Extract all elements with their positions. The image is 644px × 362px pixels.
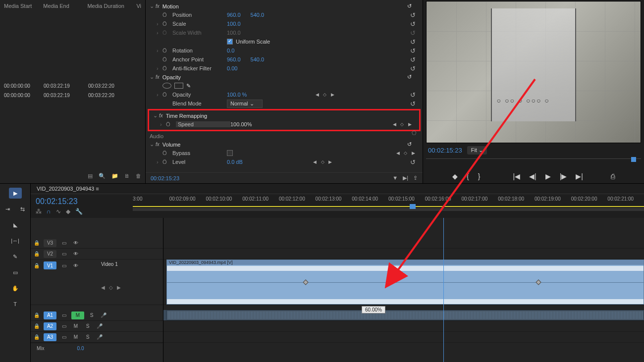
rectangle-tool[interactable]: ▭	[9, 267, 22, 278]
hand-tool[interactable]: ✋	[9, 283, 22, 294]
next-keyframe-icon[interactable]: ▶	[117, 285, 121, 290]
track-header-v3[interactable]: 🔒 V3 ▭ 👁	[31, 238, 163, 249]
program-time[interactable]: 00:02:15:23	[428, 147, 462, 154]
add-keyframe-icon[interactable]: ◇	[109, 285, 113, 290]
time-remapping-header[interactable]: ⌄fxTime Remapping	[149, 111, 419, 120]
go-to-in-icon[interactable]: |◀	[513, 172, 520, 180]
eye-icon[interactable]: 👁	[71, 263, 80, 268]
pen-mask-icon[interactable]: ✎	[186, 83, 191, 89]
reset-icon[interactable]: ↺	[410, 47, 416, 54]
mix-track-header[interactable]: Mix 0.0	[31, 343, 163, 354]
voiceover-icon[interactable]: 🎤	[95, 334, 104, 340]
rotation-value[interactable]: 0.0	[227, 48, 234, 53]
lock-icon[interactable]: 🔒	[34, 323, 41, 329]
nest-icon[interactable]: ⁂	[36, 208, 42, 215]
bypass-checkbox[interactable]	[227, 150, 233, 156]
mix-value[interactable]: 0.0	[77, 346, 84, 351]
mute-toggle[interactable]: M	[71, 323, 80, 329]
video-clip[interactable]: VID_20220903_094943.mp4 [V]	[166, 259, 644, 305]
solo-toggle[interactable]: S	[83, 334, 92, 340]
solo-toggle[interactable]: S	[87, 312, 96, 318]
anchor-y-value[interactable]: 540.0	[251, 56, 265, 62]
reset-icon[interactable]: ↺	[410, 100, 416, 107]
step-forward-icon[interactable]: |▶	[560, 172, 567, 180]
blend-mode-select[interactable]: Normal ⌄	[227, 100, 263, 108]
mute-toggle[interactable]: M	[71, 311, 84, 319]
playhead-line[interactable]	[443, 218, 444, 362]
source-patch-icon[interactable]: ▭	[59, 263, 68, 268]
timeline-playhead-time[interactable]: 00:02:15:23	[36, 197, 128, 206]
selection-tool[interactable]: ▶	[9, 188, 22, 199]
voiceover-icon[interactable]: 🎤	[95, 323, 104, 329]
reset-icon[interactable]: ↺	[410, 11, 416, 19]
keyframe-nav[interactable]: ◀ ◇ ▶	[316, 92, 336, 97]
settings-icon[interactable]: 🔧	[75, 208, 83, 215]
linked-selection-icon[interactable]: ∿	[56, 208, 61, 215]
trash-icon[interactable]: 🗑	[136, 173, 141, 179]
eye-icon[interactable]: 👁	[71, 240, 80, 246]
pen-tool[interactable]: ✎	[9, 251, 22, 262]
list-view-icon[interactable]: ▤	[88, 173, 93, 179]
program-monitor-video[interactable]	[426, 1, 641, 143]
snap-icon[interactable]: ∩	[47, 208, 51, 215]
go-to-out-icon[interactable]: ▶|	[576, 172, 583, 180]
stopwatch-icon[interactable]: Ö	[162, 56, 169, 62]
lock-icon[interactable]: 🔒	[34, 334, 41, 340]
keyframe-nav[interactable]: ◀ ◇ ▶	[393, 122, 413, 127]
track-header-a3[interactable]: 🔒 A3 ▭ M S 🎤	[31, 332, 163, 343]
prev-keyframe-icon[interactable]: ◀	[101, 285, 105, 290]
stopwatch-icon[interactable]: Ö	[166, 121, 173, 127]
sequence-tab[interactable]: VID_20220903_094943 ≡	[31, 184, 644, 194]
marker-icon[interactable]: ◆	[66, 208, 70, 215]
slip-tool[interactable]: |↔|	[9, 235, 22, 246]
lock-icon[interactable]: 🔒	[34, 312, 41, 318]
razor-tool[interactable]: ◣	[9, 219, 22, 230]
audio-clip[interactable]	[166, 310, 644, 320]
keyframe-marker-icon[interactable]: ⬠	[412, 130, 417, 136]
source-patch-icon[interactable]: ▭	[59, 334, 68, 340]
reset-icon[interactable]: ↺	[407, 141, 412, 148]
speed-value[interactable]: 100.00%	[230, 121, 252, 127]
zoom-fit-select[interactable]: Fit ⌄	[467, 146, 487, 155]
track-header-a1[interactable]: 🔒 A1 ▭ M S 🎤	[31, 310, 163, 321]
filter-icon[interactable]: ▼	[392, 175, 398, 181]
reset-icon[interactable]: ↺	[410, 38, 416, 46]
source-patch-icon[interactable]: ▭	[59, 312, 68, 318]
opacity-effect-header[interactable]: ⌄fxOpacity ↺	[146, 73, 423, 81]
type-tool[interactable]: T	[9, 299, 22, 310]
add-marker-icon[interactable]: ◆	[452, 172, 458, 180]
timeline-tracks-area[interactable]: VID_20220903_094943.mp4 [V] 6	[163, 218, 644, 362]
antiflicker-value[interactable]: 0.00	[227, 65, 237, 71]
stopwatch-icon[interactable]: Ö	[162, 12, 169, 18]
stopwatch-icon[interactable]: Ö	[162, 48, 169, 53]
new-bin-icon[interactable]: 📁	[111, 173, 118, 179]
reset-icon[interactable]: ↺	[410, 56, 416, 63]
lock-icon[interactable]: 🔒	[34, 263, 41, 268]
export-icon[interactable]: ⇪	[413, 175, 418, 181]
stopwatch-icon[interactable]: Ö	[162, 21, 169, 27]
rect-mask-icon[interactable]	[174, 83, 183, 89]
position-x-value[interactable]: 960.0	[227, 12, 241, 18]
step-back-icon[interactable]: ◀|	[529, 172, 537, 180]
col-media-start[interactable]: Media Start	[0, 3, 39, 9]
track-header-v2[interactable]: 🔒 V2 ▭ 👁	[31, 249, 163, 259]
export-frame-icon[interactable]: ⎙	[611, 172, 615, 180]
reset-icon[interactable]: ↺	[410, 20, 416, 28]
lock-icon[interactable]: 🔒	[34, 240, 41, 246]
play-only-icon[interactable]: ▶|	[403, 175, 408, 181]
position-y-value[interactable]: 540.0	[251, 12, 265, 18]
program-scrubber[interactable]	[426, 158, 641, 168]
eye-icon[interactable]: 👁	[71, 251, 80, 257]
ripple-tool[interactable]: ⇆	[16, 204, 29, 214]
stopwatch-icon[interactable]: Ö	[162, 65, 169, 71]
effects-playhead-time[interactable]: 00:02:15:23	[151, 175, 392, 181]
track-select-tool[interactable]: ⇥	[1, 204, 14, 214]
reset-icon[interactable]: ↺	[410, 91, 416, 99]
reset-icon[interactable]: ↺	[410, 158, 416, 166]
keyframe-nav[interactable]: ◀ ◇ ▶	[396, 151, 417, 155]
col-media-end[interactable]: Media End	[39, 3, 83, 9]
source-patch-icon[interactable]: ▭	[59, 251, 68, 257]
playhead-handle[interactable]	[410, 204, 416, 209]
track-header-v1[interactable]: 🔒 V1 ▭ 👁 Video 1 ◀ ◇ ▶	[31, 259, 163, 305]
col-media-duration[interactable]: Media Duration	[83, 3, 132, 9]
